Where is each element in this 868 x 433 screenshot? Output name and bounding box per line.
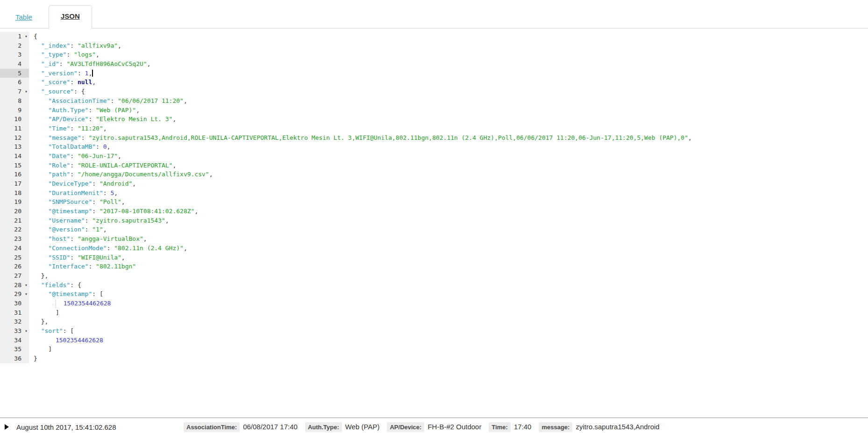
gutter-line-number: 6 xyxy=(0,78,29,87)
gutter-line-number: 10 xyxy=(0,115,29,124)
editor-line[interactable]: 32 }, xyxy=(0,317,868,326)
editor-line[interactable]: 6 "_score": null, xyxy=(0,78,868,87)
tab-json[interactable]: JSON xyxy=(49,5,92,29)
field-name-badge: AssociationTime: xyxy=(184,422,240,432)
gutter-line-number: 34 xyxy=(0,336,29,345)
json-editor[interactable]: 1▾{2 "_index": "allfixv9a",3 "_type": "l… xyxy=(0,32,868,363)
field-name-badge: AP/Device: xyxy=(387,422,424,432)
field-value: FH-B-#2 Outdoor xyxy=(427,423,481,431)
gutter-line-number: 19 xyxy=(0,197,29,207)
editor-line[interactable]: 26 "Interface": "802.11bgn" xyxy=(0,262,868,271)
code-text: "SSID": "WIFI@Unila", xyxy=(29,253,125,262)
gutter-line-number: 27 xyxy=(0,271,29,281)
code-text: "_source": { xyxy=(29,87,85,96)
code-text: 1502354462628 xyxy=(29,336,103,345)
gutter-line-number: 8 xyxy=(0,96,29,106)
fold-arrow-icon[interactable]: ▾ xyxy=(25,289,28,299)
code-text: "ConnectionMode": "802.11n (2.4 GHz)", xyxy=(29,244,187,253)
fold-arrow-icon[interactable]: ▾ xyxy=(25,87,28,96)
editor-line[interactable]: 16 "path": "/home/angga/Documents/allfix… xyxy=(0,170,868,179)
fold-arrow-icon[interactable]: ▾ xyxy=(25,32,28,41)
editor-line[interactable]: 34 1502354462628 xyxy=(0,336,868,345)
editor-line[interactable]: 11 "Time": "11:20", xyxy=(0,124,868,133)
code-text: "_index": "allfixv9a", xyxy=(29,41,121,51)
editor-line[interactable]: 8 "AssociationTime": "06/06/2017 11:20", xyxy=(0,96,868,106)
gutter-line-number: 7▾ xyxy=(0,87,29,96)
gutter-line-number: 31 xyxy=(0,308,29,318)
gutter-line-number: 22 xyxy=(0,225,29,234)
editor-line[interactable]: 3 "_type": "logs", xyxy=(0,50,868,59)
editor-line[interactable]: 4 "_id": "AV3LTdfH896AoCvC5q2U", xyxy=(0,59,868,69)
code-text: "DeviceType": "Android", xyxy=(29,179,136,188)
editor-line[interactable]: 18 "DurationMenit": 5, xyxy=(0,188,868,198)
doc-row[interactable]: August 10th 2017, 15:41:02.628 Associati… xyxy=(0,418,868,433)
editor-line[interactable]: 15 "Role": "ROLE-UNILA-CAPTIVEPORTAL", xyxy=(0,161,868,170)
code-text: "message": "zyitro.saputra1543,Android,R… xyxy=(29,133,692,143)
code-text: "@timestamp": [ xyxy=(29,289,103,299)
editor-line[interactable]: 27 }, xyxy=(0,271,868,281)
editor-line[interactable]: 12 "message": "zyitro.saputra1543,Androi… xyxy=(0,133,868,143)
editor-line[interactable]: 21 "Username": "zyitro.saputra1543", xyxy=(0,216,868,225)
gutter-line-number: 35 xyxy=(0,345,29,354)
gutter-line-number: 11 xyxy=(0,124,29,133)
editor-line[interactable]: 2 "_index": "allfixv9a", xyxy=(0,41,868,51)
gutter-line-number: 12 xyxy=(0,133,29,143)
gutter-line-number: 25 xyxy=(0,253,29,262)
gutter-line-number: 30 xyxy=(0,299,29,308)
field-value: zyitro.saputra1543,Android xyxy=(576,423,659,431)
editor-line[interactable]: 10 "AP/Device": "Elektro Mesin Lt. 3", xyxy=(0,115,868,124)
code-text: } xyxy=(29,354,37,363)
code-text: "DurationMenit": 5, xyxy=(29,188,118,198)
code-text: "Interface": "802.11bgn" xyxy=(29,262,136,271)
editor-line[interactable]: 1▾{ xyxy=(0,32,868,41)
fold-arrow-icon[interactable]: ▾ xyxy=(25,326,28,336)
code-text: "TotalDataMB": 0, xyxy=(29,142,110,152)
editor-line[interactable]: 36} xyxy=(0,354,868,363)
editor-line[interactable]: 19 "SNMPSource": "Poll", xyxy=(0,197,868,207)
doc-viewer-tabs: Table JSON xyxy=(0,0,868,29)
code-text: "sort": [ xyxy=(29,326,74,336)
doc-row-timestamp: August 10th 2017, 15:41:02.628 xyxy=(16,423,116,431)
editor-line[interactable]: 5 "_version": 1, xyxy=(0,69,868,78)
editor-line[interactable]: 25 "SSID": "WIFI@Unila", xyxy=(0,253,868,262)
field-value: Web (PAP) xyxy=(345,423,380,431)
editor-line[interactable]: 14 "Date": "06-Jun-17", xyxy=(0,152,868,161)
editor-line[interactable]: 22 "@version": "1", xyxy=(0,225,868,234)
code-text: "AP/Device": "Elektro Mesin Lt. 3", xyxy=(29,115,176,124)
field-value: 06/08/2017 17:40 xyxy=(243,423,298,431)
editor-line[interactable]: 28▾ "fields": { xyxy=(0,281,868,290)
editor-line[interactable]: 30 1502354462628 xyxy=(0,299,868,308)
text-cursor xyxy=(92,70,93,77)
gutter-line-number: 18 xyxy=(0,188,29,198)
gutter-line-number: 5 xyxy=(0,69,29,78)
editor-line[interactable]: 24 "ConnectionMode": "802.11n (2.4 GHz)"… xyxy=(0,244,868,253)
field-name-badge: Auth.Type: xyxy=(305,422,342,432)
gutter-line-number: 15 xyxy=(0,161,29,170)
editor-line[interactable]: 33▾ "sort": [ xyxy=(0,326,868,336)
field-value: 17:40 xyxy=(514,423,532,431)
tab-table[interactable]: Table xyxy=(15,13,32,21)
editor-line[interactable]: 13 "TotalDataMB": 0, xyxy=(0,142,868,152)
gutter-line-number: 20 xyxy=(0,207,29,216)
expand-caret-icon[interactable] xyxy=(5,424,9,430)
gutter-line-number: 13 xyxy=(0,142,29,152)
code-text: "Date": "06-Jun-17", xyxy=(29,152,121,161)
fold-arrow-icon[interactable]: ▾ xyxy=(25,281,28,290)
editor-line[interactable]: 9 "Auth.Type": "Web (PAP)", xyxy=(0,106,868,115)
editor-line[interactable]: 20 "@timestamp": "2017-08-10T08:41:02.62… xyxy=(0,207,868,216)
code-text: "@version": "1", xyxy=(29,225,107,234)
editor-line[interactable]: 7▾ "_source": { xyxy=(0,87,868,96)
gutter-line-number: 2 xyxy=(0,41,29,51)
editor-line[interactable]: 35 ] xyxy=(0,345,868,354)
gutter-line-number: 3 xyxy=(0,50,29,59)
code-text: "AssociationTime": "06/06/2017 11:20", xyxy=(29,96,187,106)
editor-line[interactable]: 29▾ "@timestamp": [ xyxy=(0,289,868,299)
editor-line[interactable]: 23 "host": "angga-VirtualBox", xyxy=(0,234,868,244)
editor-line[interactable]: 31 ] xyxy=(0,308,868,318)
code-text: "Auth.Type": "Web (PAP)", xyxy=(29,106,140,115)
editor-line[interactable]: 17 "DeviceType": "Android", xyxy=(0,179,868,188)
code-text: "_id": "AV3LTdfH896AoCvC5q2U", xyxy=(29,59,150,69)
gutter-line-number: 1▾ xyxy=(0,32,29,41)
code-text: "Time": "11:20", xyxy=(29,124,107,133)
gutter-line-number: 24 xyxy=(0,244,29,253)
